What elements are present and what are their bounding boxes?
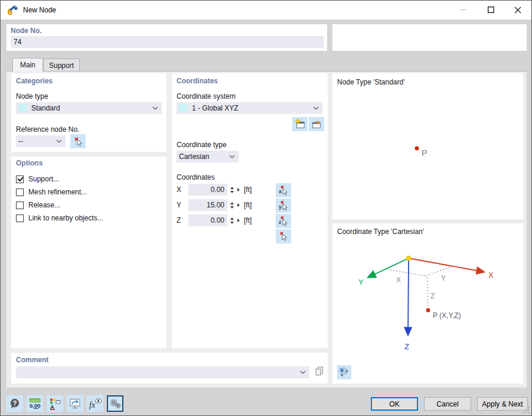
checkbox-icon: [16, 202, 24, 209]
new-window-star-icon: [294, 118, 306, 130]
units-ruler-icon: 0,00: [28, 397, 41, 410]
toggle-orientation-button[interactable]: [337, 365, 351, 379]
spin-down-icon: [230, 206, 234, 209]
pick-x-button[interactable]: x: [276, 183, 291, 197]
y-axis-label: Y: [177, 201, 181, 209]
reference-node-pick-button[interactable]: [70, 134, 86, 148]
svg-text:z: z: [279, 219, 282, 225]
help-button[interactable]: ?: [6, 395, 23, 412]
checkbox-link-nearby-label: Link to nearby objects...: [28, 214, 103, 222]
coordinate-type-value: Cartesian: [179, 152, 226, 161]
chevron-down-icon: [56, 139, 62, 143]
categories-group: Categories Node type Standard Reference …: [11, 73, 167, 152]
y-expand-icon[interactable]: [237, 203, 240, 207]
comment-combobox[interactable]: [16, 366, 309, 378]
categories-header: Categories: [16, 77, 53, 85]
coordinate-type-dropdown[interactable]: Cartesian: [177, 151, 239, 162]
svg-text:P (X,Y,Z): P (X,Y,Z): [433, 311, 461, 320]
x-spinner[interactable]: [229, 184, 235, 196]
checkbox-support[interactable]: Support...: [16, 174, 59, 184]
pick-point-button[interactable]: [276, 229, 291, 243]
node-type-color-swatch: [18, 104, 27, 112]
coordinates-header: Coordinates: [177, 77, 218, 85]
resize-grip[interactable]: [522, 406, 530, 414]
svg-text:?: ?: [13, 399, 17, 407]
checkbox-support-label: Support...: [28, 175, 59, 183]
y-spinner[interactable]: [229, 199, 235, 211]
svg-text:fx: fx: [89, 401, 96, 410]
tab-main[interactable]: Main: [12, 58, 43, 72]
checkbox-release[interactable]: Release...: [16, 200, 60, 210]
coordinate-system-color-swatch: [179, 104, 187, 112]
minimize-icon: [461, 6, 467, 13]
edit-coordinate-system-button[interactable]: ☚: [309, 117, 324, 131]
display-properties-button[interactable]: A: [47, 395, 63, 412]
z-axis-label: Z: [177, 216, 181, 225]
close-icon: [514, 6, 521, 14]
coordinate-system-label: Coordinate system: [177, 92, 236, 100]
svg-text:X: X: [488, 271, 494, 280]
minimize-button[interactable]: [450, 1, 477, 19]
info-panel: [332, 24, 527, 51]
svg-text:Y: Y: [441, 274, 446, 282]
reference-node-dropdown[interactable]: --: [16, 135, 66, 147]
checkbox-mesh-refinement-label: Mesh refinement...: [28, 188, 87, 196]
z-coordinate-field[interactable]: 0.00: [188, 214, 227, 226]
node-type-value: Standard: [31, 104, 149, 112]
pick-y-button[interactable]: y: [276, 199, 291, 213]
formula-fx-icon: fx: [88, 397, 102, 410]
checkbox-mesh-refinement[interactable]: Mesh refinement...: [16, 187, 87, 197]
node-type-dropdown[interactable]: Standard: [16, 102, 162, 114]
x-expand-icon[interactable]: [237, 188, 240, 191]
tab-support[interactable]: Support: [43, 58, 80, 72]
node-type-label: Node type: [16, 92, 48, 100]
svg-text:y: y: [279, 204, 282, 210]
apply-to-view-button[interactable]: [67, 395, 83, 412]
generated-settings-button[interactable]: [107, 395, 123, 412]
tab-support-label: Support: [49, 61, 74, 70]
monitor-icon: [68, 397, 81, 410]
help-icon: ?: [9, 398, 21, 410]
checkbox-icon: [16, 176, 24, 183]
maximize-button[interactable]: [477, 1, 504, 19]
x-coordinate-value: 0.00: [211, 186, 224, 194]
node-point-graphic: P: [332, 73, 523, 219]
units-settings-button[interactable]: 0,00: [27, 395, 43, 412]
app-logo-icon: 6: [7, 5, 18, 16]
coordinate-type-label: Coordinate type: [177, 141, 227, 149]
coordinate-system-dropdown[interactable]: 1 - Global XYZ: [177, 102, 322, 114]
formula-button[interactable]: fx: [87, 395, 103, 412]
node-no-field[interactable]: 74: [11, 36, 324, 48]
new-coordinate-system-button[interactable]: [292, 117, 308, 131]
pick-x-cursor-icon: x: [278, 185, 289, 196]
checkbox-link-nearby[interactable]: Link to nearby objects...: [16, 213, 103, 223]
svg-text:0,00: 0,00: [30, 402, 41, 409]
pick-z-button[interactable]: z: [276, 214, 291, 228]
x-axis-label: X: [177, 186, 181, 194]
pick-z-cursor-icon: z: [278, 216, 289, 226]
z-expand-icon[interactable]: [237, 219, 240, 222]
coordinates-values-label: Coordinates: [177, 173, 215, 181]
close-button[interactable]: [504, 1, 531, 19]
x-unit-label: [ft]: [244, 186, 252, 194]
cancel-button[interactable]: Cancel: [424, 397, 471, 411]
node-no-value: 74: [14, 38, 21, 46]
svg-text:A: A: [50, 404, 54, 410]
new-node-dialog: 6 New Node Node No. 74 Main Support: [0, 0, 532, 416]
spin-up-icon: [230, 202, 234, 204]
pick-y-cursor-icon: y: [278, 200, 289, 211]
z-spinner[interactable]: [229, 214, 235, 226]
chevron-down-icon: [313, 106, 319, 110]
x-coordinate-field[interactable]: 0.00: [188, 184, 227, 196]
pick-cursor-icon: [278, 231, 289, 242]
coordinates-group: Coordinates Coordinate system 1 - Global…: [172, 73, 328, 348]
copy-comment-button[interactable]: [313, 365, 326, 378]
ok-button[interactable]: OK: [371, 397, 418, 411]
cartesian-axes-graphic: X Y Z X Y Z P (X,Y,Z): [332, 223, 523, 384]
chevron-down-icon: [229, 155, 235, 158]
apply-next-button[interactable]: Apply & Next: [477, 397, 528, 411]
svg-text:P: P: [422, 148, 427, 158]
node-no-header: Node No.: [11, 27, 42, 35]
title-bar[interactable]: 6 New Node: [1, 1, 531, 20]
y-coordinate-field[interactable]: 15.00: [188, 199, 227, 211]
